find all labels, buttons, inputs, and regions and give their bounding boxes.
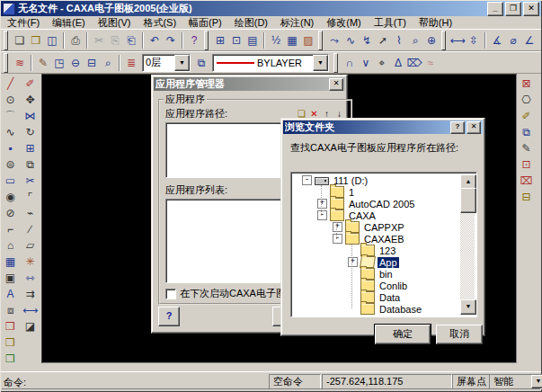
help-button[interactable]: ? bbox=[186, 32, 202, 49]
layer-combobox[interactable]: 0层 ▼ bbox=[142, 54, 191, 72]
edit-sketch-button[interactable]: ✎ bbox=[35, 55, 51, 71]
stretch-button[interactable]: ⇿ bbox=[21, 270, 40, 286]
library-browse-button[interactable]: ❒ bbox=[1, 318, 20, 334]
tree-item-bin[interactable]: bin bbox=[293, 268, 460, 280]
draw-pattern-button[interactable]: ▦ bbox=[1, 254, 20, 270]
tree-item-database[interactable]: Database bbox=[293, 303, 460, 315]
tree-item-label[interactable]: App bbox=[378, 257, 399, 268]
zoom-in-button[interactable]: ⌕ bbox=[100, 55, 116, 71]
mirror-button[interactable]: ⋈ bbox=[21, 108, 40, 124]
draw-rectangle-button[interactable]: ▭ bbox=[1, 173, 20, 189]
snap-dropdown-arrow-icon[interactable]: ▼ bbox=[531, 375, 542, 388]
tree-item-label[interactable]: 123 bbox=[378, 245, 397, 256]
tree-item-data[interactable]: Data bbox=[293, 291, 460, 303]
tree-item-label[interactable]: Data bbox=[378, 292, 402, 303]
menu-edit[interactable]: 编辑(E) bbox=[46, 16, 92, 29]
sheet-edit-button[interactable]: ✎ bbox=[517, 140, 536, 156]
palette-button[interactable]: ▨ bbox=[300, 32, 316, 49]
tree-item-cappxp[interactable]: +CAPPXP bbox=[293, 221, 460, 233]
point-type-button[interactable]: 屏幕点 bbox=[452, 374, 490, 389]
toolbar-grip[interactable] bbox=[333, 53, 338, 73]
draw-polygon-button[interactable]: ⌂ bbox=[1, 237, 20, 254]
draw-arc-button[interactable]: ⌒ bbox=[1, 108, 20, 124]
menu-dimension[interactable]: 标注(N) bbox=[274, 16, 320, 29]
pick-select-button[interactable]: ⧈ bbox=[1, 302, 20, 318]
fillet-button[interactable]: ⌜ bbox=[21, 189, 40, 205]
tree-item-caxa[interactable]: -CAXA bbox=[293, 209, 460, 221]
collapse-toggle-icon[interactable]: - bbox=[302, 175, 312, 185]
tree-scrollbar[interactable]: ▲ ▼ bbox=[460, 174, 475, 315]
stamp-button[interactable]: ▱ bbox=[21, 237, 40, 254]
draw-line-button[interactable]: ╱ bbox=[1, 76, 20, 92]
tree-item-label[interactable]: 1 bbox=[347, 187, 356, 198]
inspect-button[interactable]: ⌕ bbox=[407, 32, 423, 49]
collapse-toggle-icon[interactable]: - bbox=[317, 210, 327, 220]
expand-toggle-icon[interactable]: + bbox=[317, 199, 327, 209]
layer-dropdown-arrow-icon[interactable]: ▼ bbox=[174, 55, 190, 71]
checkbox-box[interactable] bbox=[165, 289, 176, 299]
draw-hatch-button[interactable]: ⊘ bbox=[1, 205, 20, 221]
ok-button[interactable]: 确定 bbox=[375, 325, 431, 344]
color-combobox[interactable]: BYLAYER ▼ bbox=[212, 54, 329, 72]
dim-edit-button[interactable]: ⟷ bbox=[21, 302, 40, 318]
zoom-rect-button[interactable]: ⊟ bbox=[84, 55, 100, 71]
tree-item-label[interactable]: Conlib bbox=[378, 281, 409, 291]
approx-snap-button[interactable]: ≈ bbox=[422, 55, 439, 71]
tree-item-app[interactable]: +App bbox=[293, 256, 460, 268]
scrollbar-thumb[interactable] bbox=[460, 188, 476, 213]
tree-item-label[interactable]: CAXA bbox=[347, 210, 378, 221]
explode-button[interactable]: ✳ bbox=[21, 254, 40, 270]
expand-toggle-icon[interactable]: + bbox=[333, 222, 342, 232]
zoom-out-button[interactable]: ⊖ bbox=[67, 55, 84, 71]
tree-item-caxaeb[interactable]: -CAXAEB bbox=[293, 233, 460, 245]
toolbar-grip[interactable] bbox=[4, 31, 8, 50]
copy-button[interactable]: ⎘ bbox=[107, 32, 123, 49]
frame-delete-button[interactable]: ⌧ bbox=[517, 173, 536, 189]
pick-arrow-button[interactable]: ➚ bbox=[375, 32, 391, 49]
library-edit-button[interactable]: ❒ bbox=[1, 334, 20, 351]
tree-item-label[interactable]: AutoCAD 2005 bbox=[347, 199, 416, 209]
rotate-button[interactable]: ↻ bbox=[21, 124, 40, 140]
restore-button[interactable]: ❐ bbox=[505, 2, 521, 16]
redo-button[interactable]: ↷ bbox=[163, 32, 179, 49]
angle-snap-button[interactable]: Δ bbox=[390, 55, 406, 71]
draw-point-button[interactable]: ▪ bbox=[1, 140, 20, 156]
menu-help[interactable]: 帮助(H) bbox=[413, 16, 458, 29]
dim-chamfer-button[interactable]: ∠ bbox=[521, 32, 538, 49]
divide-button[interactable]: ∕ bbox=[21, 221, 40, 237]
title-bar[interactable]: 无名文件 - CAXA电子图板2005(企业版) _ ❐ ✕ bbox=[1, 1, 541, 16]
dim-aligned-button[interactable]: ⇳ bbox=[466, 32, 482, 49]
block-color-button[interactable]: ⧉ bbox=[517, 124, 536, 140]
tree-item-autocad-2005[interactable]: +AutoCAD 2005 bbox=[293, 198, 460, 209]
dim-angle-button[interactable]: ∡ bbox=[489, 32, 505, 49]
dim-linear-button[interactable]: ⟷ bbox=[449, 32, 466, 49]
tree-item-label[interactable]: Database bbox=[378, 304, 423, 315]
draw-circle-button[interactable]: ⊙ bbox=[1, 92, 20, 108]
trim-button[interactable]: ✂ bbox=[21, 173, 40, 189]
pan-view-button[interactable]: ⊕ bbox=[423, 32, 440, 49]
solid-3d-button[interactable]: ⎔ bbox=[517, 92, 536, 108]
layer-settings-button[interactable]: ⧉ bbox=[193, 55, 209, 71]
zoom-dynamic-button[interactable]: ◳ bbox=[51, 55, 67, 71]
menu-modify[interactable]: 修改(M) bbox=[320, 16, 368, 29]
copy-block-button[interactable]: ⧉ bbox=[21, 156, 40, 173]
undo-button[interactable]: ↶ bbox=[147, 32, 163, 49]
help-icon[interactable]: ? bbox=[450, 121, 465, 134]
zoom-all-button[interactable]: ⊞ bbox=[212, 32, 228, 49]
toolbar-grip[interactable] bbox=[204, 31, 209, 50]
toolbar-grip[interactable] bbox=[318, 31, 323, 50]
node-fit-button[interactable]: ∩ bbox=[342, 55, 358, 71]
collapse-toggle-icon[interactable]: - bbox=[333, 234, 342, 244]
draw-ellipse-button[interactable]: ⊜ bbox=[1, 156, 20, 173]
text-style-button[interactable]: ▤ bbox=[244, 32, 261, 49]
scroll-down-icon[interactable]: ▼ bbox=[460, 299, 476, 315]
dim-diameter-button[interactable]: ⌀ bbox=[505, 32, 521, 49]
menu-format[interactable]: 格式(S) bbox=[137, 16, 182, 29]
paste-button[interactable]: ⎗ bbox=[123, 32, 139, 49]
tree-item-label[interactable]: CAPPXP bbox=[362, 222, 406, 233]
wave-line-button[interactable]: ∿ bbox=[342, 32, 359, 49]
tree-item-label[interactable]: 111 (D:) bbox=[332, 175, 369, 186]
block-edit-button[interactable]: ✐ bbox=[517, 108, 536, 124]
tree-item-123[interactable]: 123 bbox=[293, 245, 460, 256]
toolbar-grip[interactable] bbox=[4, 53, 8, 73]
